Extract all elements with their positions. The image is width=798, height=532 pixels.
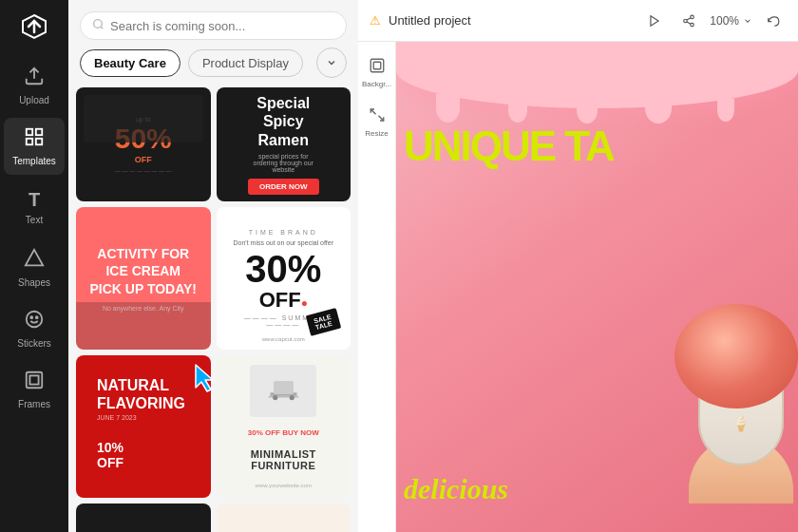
resize-tool-icon — [369, 106, 386, 127]
svg-rect-17 — [274, 381, 294, 394]
svg-rect-2 — [36, 129, 42, 135]
resize-tool-label: Resize — [365, 129, 388, 138]
filter-tabs: Beauty Care Product Display — [68, 48, 358, 87]
template-card-30off[interactable]: TIME BRAND Don't miss out on our special… — [217, 207, 352, 350]
sidebar-item-upload[interactable]: Upload — [4, 57, 65, 114]
background-tool-label: Backgr... — [362, 80, 391, 88]
search-bar — [68, 0, 358, 48]
svg-rect-1 — [27, 129, 32, 135]
filter-tab-product-display[interactable]: Product Display — [188, 49, 303, 77]
upload-icon — [24, 66, 45, 91]
svg-line-24 — [687, 17, 691, 19]
share-button[interactable] — [675, 8, 702, 34]
svg-rect-10 — [29, 375, 38, 384]
sidebar-item-stickers[interactable]: Stickers — [4, 300, 65, 357]
search-wrapper[interactable] — [80, 11, 347, 40]
search-input[interactable] — [110, 19, 334, 33]
background-tool-icon — [369, 57, 386, 78]
frames-icon — [24, 370, 45, 395]
canvas-main: UNIQUE TA 🍦 delicious — [396, 42, 798, 532]
svg-point-8 — [36, 316, 38, 318]
svg-point-20 — [691, 15, 694, 18]
svg-rect-25 — [370, 59, 384, 72]
templates-grid: up to 50% OFF — — — — — — — — SpecialSpi… — [68, 87, 358, 532]
template-card-ice-cream[interactable]: ACTIVITY FOR ICE CREAMPICK UP TODAY! No … — [76, 207, 211, 350]
tool-resize[interactable]: Resize — [360, 99, 394, 144]
sidebar-item-frames[interactable]: Frames — [4, 361, 65, 418]
canvas-side-tools: Backgr... Resize — [358, 42, 396, 532]
template-card-glow[interactable]: WHAT TO LOOK FOR IN OUR GLOW SERVANT — [217, 504, 352, 532]
svg-point-15 — [273, 395, 277, 400]
svg-point-11 — [94, 20, 103, 28]
sidebar-item-shapes-label: Shapes — [18, 277, 50, 288]
canvas-sub-text: delicious — [404, 473, 508, 505]
template-card-ramen[interactable]: SpecialSpicyRamen special prices fororde… — [217, 87, 352, 201]
svg-marker-5 — [26, 250, 43, 266]
app-logo — [15, 8, 53, 46]
svg-point-22 — [691, 23, 694, 27]
zoom-level: 100% — [710, 14, 739, 28]
svg-rect-3 — [27, 139, 32, 144]
templates-icon — [24, 126, 45, 152]
sidebar-item-shapes[interactable]: Shapes — [4, 239, 65, 296]
zoom-control: 100% — [710, 14, 752, 28]
canvas-toolbar: ⚠ Untitled project 100% — [358, 0, 798, 42]
template-card-dark-sale[interactable]: up to 50% OFF — — — — — — — — — [76, 87, 211, 201]
sidebar-item-templates[interactable]: Templates — [4, 118, 65, 175]
project-title: Untitled project — [389, 13, 634, 28]
svg-rect-9 — [27, 372, 43, 389]
svg-line-12 — [101, 27, 103, 28]
tool-background[interactable]: Backgr... — [360, 49, 394, 95]
undo-button[interactable] — [760, 8, 787, 34]
svg-marker-19 — [651, 15, 658, 26]
sidebar-item-frames-label: Frames — [18, 399, 50, 409]
canvas-panel: ⚠ Untitled project 100% — [358, 0, 798, 532]
svg-line-23 — [687, 21, 691, 23]
svg-rect-26 — [373, 62, 381, 69]
sidebar-item-stickers-label: Stickers — [17, 338, 51, 349]
template-card-minimalist[interactable]: 30% OFF BUY NOW MINIMALISTFURNITURE www.… — [217, 355, 352, 498]
template-card-natural[interactable]: NATURALFLAVORING JUNE 7 2023 10%OFF — [76, 355, 211, 498]
text-icon: T — [28, 189, 40, 211]
sidebar: Upload Templates T Text Shapes — [0, 0, 68, 532]
play-button[interactable] — [641, 8, 668, 34]
template-card-brand-dark[interactable]: YOUR BRAND — [76, 504, 211, 532]
filter-dropdown-button[interactable] — [316, 48, 347, 78]
svg-point-21 — [684, 19, 688, 23]
sidebar-item-templates-label: Templates — [12, 156, 56, 166]
templates-panel: Beauty Care Product Display up to 50% OF… — [68, 0, 358, 532]
filter-tab-beauty-care[interactable]: Beauty Care — [80, 49, 180, 77]
stickers-icon — [24, 309, 45, 334]
svg-point-16 — [289, 395, 294, 400]
search-icon — [92, 18, 104, 33]
svg-point-7 — [30, 316, 32, 318]
canvas-main-text: UNIQUE TA — [404, 125, 614, 167]
warning-icon: ⚠ — [370, 13, 381, 28]
sidebar-item-text[interactable]: T Text — [4, 179, 65, 236]
svg-point-6 — [27, 312, 43, 328]
sidebar-item-upload-label: Upload — [19, 95, 49, 105]
sidebar-item-text-label: Text — [26, 215, 43, 225]
canvas-area-wrapper: Backgr... Resize — [358, 42, 798, 532]
shapes-icon — [24, 248, 45, 274]
svg-rect-4 — [36, 139, 42, 144]
canvas-preview: UNIQUE TA 🍦 delicious — [396, 42, 798, 532]
